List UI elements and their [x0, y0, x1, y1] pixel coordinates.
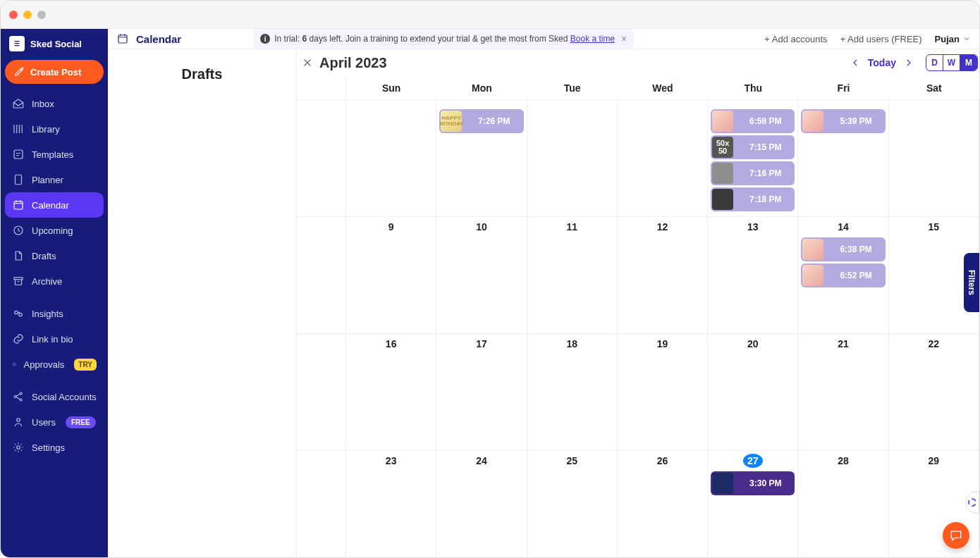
day-header: Sun	[346, 76, 436, 100]
sidebar-item-approvals[interactable]: ApprovalsTRY	[5, 352, 104, 377]
window-close-dot[interactable]	[9, 11, 18, 19]
sidebar-item-linkinbio[interactable]: Link in bio	[5, 326, 104, 352]
calendar-day-cell[interactable]	[346, 100, 436, 217]
calendar-day-cell[interactable]: 5:39 PM	[798, 100, 888, 217]
calendar-day-cell[interactable]: 22	[889, 334, 979, 451]
today-button[interactable]: Today	[866, 54, 898, 71]
calendar-day-cell[interactable]: 18	[527, 334, 618, 451]
sidebar-item-library[interactable]: Library	[5, 116, 104, 142]
sidebar-item-archive[interactable]: Archive	[5, 268, 104, 294]
view-day[interactable]: D	[926, 55, 943, 70]
calendar-day-cell[interactable]: HAPPY MONDAY7:26 PM	[436, 100, 527, 217]
calendar-day-cell[interactable]: 20	[708, 334, 798, 451]
calendar-day-cell[interactable]: 28	[798, 451, 888, 558]
calendar-panel: April 2023 Today D W M SunMonTueWedThuFr…	[297, 49, 979, 558]
event-thumb	[712, 111, 733, 132]
create-post-button[interactable]: Create Post	[5, 60, 104, 84]
sidebar-item-planner[interactable]: Planner	[5, 167, 104, 192]
calendar-event[interactable]: 50x 507:15 PM	[711, 135, 795, 159]
svg-rect-4	[14, 278, 23, 280]
sidebar: ☰ Sked Social Create Post Inbox Library …	[1, 29, 108, 558]
filters-tab[interactable]: Filters	[964, 253, 979, 312]
calendar-day-cell[interactable]: 19	[618, 334, 708, 451]
sidebar-item-users[interactable]: UsersFREE	[5, 409, 104, 435]
sidebar-item-drafts[interactable]: Drafts	[5, 243, 104, 268]
calendar-icon	[116, 32, 129, 45]
calendar-day-cell[interactable]: 17	[436, 334, 527, 451]
sidebar-item-settings[interactable]: Settings	[5, 435, 104, 460]
event-thumb	[802, 265, 823, 286]
window-min-dot[interactable]	[23, 11, 32, 19]
calendar-day-cell[interactable]: 16	[346, 334, 436, 451]
trial-close-icon[interactable]: ×	[621, 33, 627, 44]
sidebar-item-label: Library	[32, 124, 60, 135]
svg-point-9	[20, 392, 22, 395]
templates-icon	[12, 148, 25, 161]
calendar-day-cell[interactable]: 23	[346, 451, 436, 558]
calendar-day-cell[interactable]	[527, 100, 618, 217]
add-users-link[interactable]: + Add users (FREE)	[840, 34, 922, 44]
sidebar-item-label: Templates	[32, 149, 73, 160]
sidebar-item-label: Approvals	[24, 359, 65, 370]
calendar-day-cell[interactable]	[618, 100, 708, 217]
sidebar-item-templates[interactable]: Templates	[5, 142, 104, 167]
svg-point-8	[14, 396, 16, 398]
sidebar-item-label: Inbox	[32, 99, 54, 109]
sidebar-item-label: Users	[32, 417, 56, 428]
event-time: 7:15 PM	[737, 142, 793, 152]
calendar-day-cell[interactable]: 11	[527, 217, 618, 334]
day-header: Tue	[527, 76, 618, 100]
sidebar-item-label: Calendar	[32, 200, 69, 211]
next-month-icon[interactable]	[903, 57, 914, 68]
calendar-day-cell[interactable]: 273:30 PM	[708, 451, 798, 558]
sidebar-item-calendar[interactable]: Calendar	[5, 192, 104, 218]
calendar-day-cell[interactable]: 13	[708, 217, 798, 334]
event-thumb	[712, 473, 733, 494]
calendar-day-cell[interactable]: 9	[346, 217, 436, 334]
calendar-day-cell[interactable]	[889, 100, 979, 217]
sidebar-item-socialaccounts[interactable]: Social Accounts	[5, 384, 104, 409]
day-header: Mon	[436, 76, 527, 100]
calendar-event[interactable]: 6:58 PM	[711, 109, 795, 133]
archive-icon	[12, 275, 25, 287]
sidebar-item-inbox[interactable]: Inbox	[5, 91, 104, 116]
event-thumb	[712, 163, 733, 184]
calendar-day-cell[interactable]: 21	[798, 334, 888, 451]
prev-month-icon[interactable]	[850, 57, 861, 68]
calendar-day-cell[interactable]: 10	[436, 217, 527, 334]
calendar-event[interactable]: 3:30 PM	[711, 471, 795, 495]
calendar-day-cell[interactable]: 25	[527, 451, 618, 558]
window-max-dot[interactable]	[37, 11, 46, 19]
sidebar-item-upcoming[interactable]: Upcoming	[5, 218, 104, 243]
calendar-day-cell[interactable]: 24	[436, 451, 527, 558]
support-chat-button[interactable]	[943, 522, 969, 549]
calendar-day-cell[interactable]: 146:38 PM6:52 PM	[798, 217, 888, 334]
calendar-grid: SunMonTueWedThuFriSatHAPPY MONDAY7:26 PM…	[297, 76, 979, 558]
sidebar-item-insights[interactable]: Insights	[5, 301, 104, 326]
book-time-link[interactable]: Book a time	[570, 34, 615, 44]
calendar-event[interactable]: 7:16 PM	[711, 161, 795, 185]
user-menu[interactable]: Pujan	[935, 34, 971, 44]
inbox-icon	[12, 97, 25, 110]
sidebar-item-label: Link in bio	[32, 334, 73, 345]
event-time: 3:30 PM	[737, 478, 793, 488]
month-title: April 2023	[319, 55, 387, 71]
calendar-day-cell[interactable]: 12	[618, 217, 708, 334]
calendar-event[interactable]: 7:18 PM	[711, 187, 795, 211]
view-month[interactable]: M	[960, 55, 977, 70]
calendar-icon	[12, 199, 25, 211]
calendar-day-cell[interactable]: 26	[618, 451, 708, 558]
close-drafts-icon[interactable]	[301, 56, 314, 69]
sidebar-item-label: Social Accounts	[32, 392, 97, 402]
calendar-event[interactable]: 5:39 PM	[801, 109, 885, 133]
add-accounts-link[interactable]: + Add accounts	[764, 34, 827, 44]
library-icon	[12, 123, 25, 135]
calendar-day-cell[interactable]: 6:58 PM50x 507:15 PM7:16 PM7:18 PM	[708, 100, 798, 217]
calendar-event[interactable]: HAPPY MONDAY7:26 PM	[439, 109, 523, 133]
planner-icon	[12, 173, 25, 186]
calendar-event[interactable]: 6:38 PM	[801, 237, 885, 261]
calendar-event[interactable]: 6:52 PM	[801, 264, 885, 287]
view-week[interactable]: W	[943, 55, 960, 70]
drafts-panel: Drafts	[108, 49, 297, 558]
brand-name: Sked Social	[30, 39, 82, 49]
